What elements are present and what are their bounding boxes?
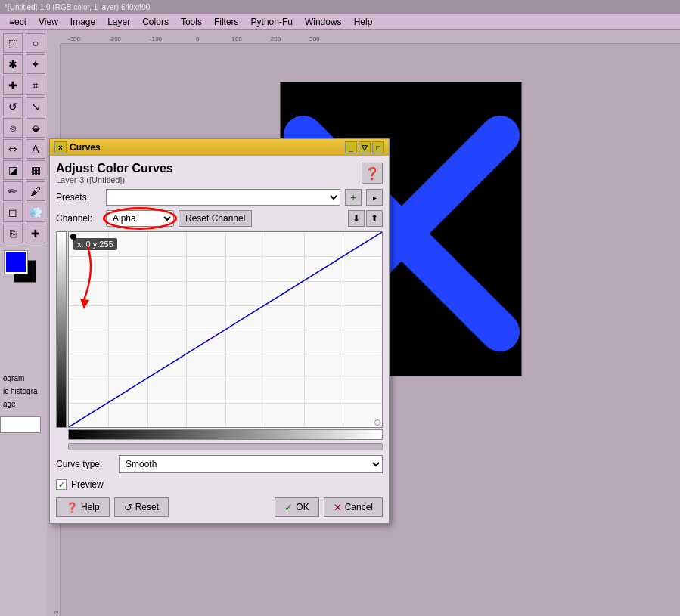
tool-pencil[interactable]: ✏ bbox=[3, 181, 23, 201]
curves-graph-wrapper: x: 0 y:255 bbox=[56, 231, 383, 450]
gimp-titlebar: *[Untitled]-1.0 (RGB color, 1 layer) 640… bbox=[0, 0, 680, 14]
preview-row: ✓ Preview bbox=[56, 479, 383, 490]
cancel-btn-label: Cancel bbox=[345, 502, 373, 512]
dialog-titlebar: × Curves _ ▽ □ bbox=[50, 139, 389, 156]
help-btn[interactable]: ❓ Help bbox=[56, 497, 110, 517]
curve-svg bbox=[69, 232, 382, 427]
menu-help[interactable]: Help bbox=[348, 15, 379, 29]
curves-y-gradient bbox=[56, 231, 67, 428]
ok-btn-icon: ✓ bbox=[284, 502, 293, 513]
tool-select-fuzzy[interactable]: ✦ bbox=[26, 54, 45, 74]
foreground-color-swatch[interactable] bbox=[5, 251, 27, 274]
button-row: ❓ Help ↺ Reset ✓ OK ✕ Cancel bbox=[56, 497, 383, 517]
tool-perspective[interactable]: ⬙ bbox=[26, 118, 45, 138]
help-btn-label: Help bbox=[81, 502, 100, 512]
ok-btn[interactable]: ✓ OK bbox=[275, 497, 318, 517]
dialog-minimize-btn[interactable]: _ bbox=[345, 141, 357, 153]
menu-python-fu[interactable]: Python-Fu bbox=[245, 15, 299, 29]
reset-btn[interactable]: ↺ Reset bbox=[114, 497, 169, 517]
channel-icons: ⬇ ⬆ bbox=[348, 210, 383, 227]
menu-file[interactable]: ≡ect bbox=[3, 15, 33, 29]
channel-select-wrapper: Alpha Value Red Green Blue bbox=[106, 210, 174, 227]
menu-colors[interactable]: Colors bbox=[136, 15, 175, 29]
curves-scrollbar[interactable] bbox=[68, 443, 383, 450]
curves-graph[interactable]: x: 0 y:255 bbox=[68, 231, 383, 428]
help-btn-icon: ❓ bbox=[66, 502, 78, 513]
ok-btn-label: OK bbox=[296, 502, 309, 512]
dialog-subheading: Layer-3 ([Untitled]) bbox=[56, 175, 173, 184]
title-text: *[Untitled]-1.0 (RGB color, 1 layer) 640… bbox=[5, 3, 150, 11]
channel-icon-load[interactable]: ⬆ bbox=[366, 210, 383, 227]
reset-btn-label: Reset bbox=[135, 502, 159, 512]
ruler-top: -300 -200 -100 0 100 200 300 bbox=[61, 30, 680, 44]
dialog-close-btn[interactable]: × bbox=[54, 141, 67, 153]
tool-select-free[interactable]: ✱ bbox=[3, 54, 23, 74]
tool-scale[interactable]: ⤡ bbox=[26, 97, 45, 116]
channel-select[interactable]: Alpha Value Red Green Blue bbox=[106, 210, 174, 227]
reset-channel-btn[interactable]: Reset Channel bbox=[179, 210, 252, 227]
curve-type-select[interactable]: Smooth Freehand bbox=[119, 455, 383, 473]
dialog-heading: Adjust Color Curves bbox=[56, 162, 173, 175]
left-panel: ⬚ ○ ✱ ✦ ✚ ⌗ ↺ ⤡ ⌾ ⬙ ⇔ A ◪ ▦ ✏ 🖌 ◻ 💨 ⎘ ✚ … bbox=[0, 30, 47, 616]
dialog-title: Curves bbox=[70, 142, 101, 153]
tool-heal[interactable]: ✚ bbox=[26, 224, 45, 243]
tool-shear[interactable]: ⌾ bbox=[3, 118, 23, 138]
curve-type-label: Curve type: bbox=[56, 459, 113, 469]
color-swatches bbox=[3, 249, 44, 289]
tool-clone[interactable]: ⎘ bbox=[3, 224, 23, 243]
menubar: ≡ect View Image Layer Colors Tools Filte… bbox=[0, 14, 680, 30]
tool-rotate[interactable]: ↺ bbox=[3, 97, 23, 116]
dialog-maximize-btn[interactable]: □ bbox=[372, 141, 384, 153]
tool-select-rect[interactable]: ⬚ bbox=[3, 33, 23, 53]
menu-filters[interactable]: Filters bbox=[208, 15, 245, 29]
tool-crop[interactable]: ⌗ bbox=[26, 76, 45, 95]
help-icon: ❓ bbox=[365, 166, 380, 181]
cancel-btn-icon: ✕ bbox=[334, 502, 342, 513]
menu-layer[interactable]: Layer bbox=[101, 15, 136, 29]
curves-graph-container: x: 0 y:255 bbox=[56, 231, 383, 428]
dialog-shade-btn[interactable]: ▽ bbox=[359, 141, 371, 153]
presets-add-btn[interactable]: + bbox=[345, 189, 362, 206]
histogram-item-age[interactable]: age bbox=[0, 398, 47, 410]
tool-paintbrush[interactable]: 🖌 bbox=[26, 181, 45, 201]
dialog-heading-group: Adjust Color Curves Layer-3 ([Untitled]) bbox=[56, 162, 173, 184]
curve-point-top-left[interactable] bbox=[70, 234, 76, 240]
curves-dialog: × Curves _ ▽ □ Adjust Color Curves Layer… bbox=[49, 138, 390, 524]
histogram-item-ogram[interactable]: ogram bbox=[0, 372, 47, 385]
dialog-titlebar-right: _ ▽ □ bbox=[345, 141, 384, 153]
channel-row: Channel: Alpha Value Red Green Blue Rese… bbox=[56, 210, 383, 227]
tool-fill[interactable]: ◪ bbox=[3, 160, 23, 180]
dialog-help-icon-btn[interactable]: ❓ bbox=[362, 163, 383, 184]
left-input[interactable] bbox=[0, 416, 41, 433]
dialog-body: Adjust Color Curves Layer-3 ([Untitled])… bbox=[50, 156, 389, 523]
presets-select[interactable] bbox=[106, 189, 340, 206]
menu-image[interactable]: Image bbox=[64, 15, 101, 29]
preview-checkbox[interactable]: ✓ bbox=[56, 479, 67, 490]
menu-view[interactable]: View bbox=[33, 15, 64, 29]
tool-flip[interactable]: ⇔ bbox=[3, 139, 23, 159]
cancel-btn[interactable]: ✕ Cancel bbox=[324, 497, 383, 517]
dialog-header: Adjust Color Curves Layer-3 ([Untitled])… bbox=[56, 162, 383, 184]
tool-select-ellipse[interactable]: ○ bbox=[26, 33, 45, 53]
histogram-item-ic[interactable]: ic histogra bbox=[0, 385, 47, 398]
curves-x-gradient bbox=[68, 429, 383, 440]
channel-icon-save[interactable]: ⬇ bbox=[348, 210, 365, 227]
histogram-section: ogram ic histogra age bbox=[0, 372, 47, 433]
presets-menu-btn[interactable]: ▸ bbox=[366, 189, 383, 206]
tool-move[interactable]: ✚ bbox=[3, 76, 23, 95]
dialog-titlebar-left: × Curves bbox=[54, 141, 101, 153]
presets-label: Presets: bbox=[56, 192, 101, 203]
svg-line-2 bbox=[69, 232, 382, 427]
tool-text[interactable]: A bbox=[26, 139, 45, 159]
curve-point-bottom-right[interactable] bbox=[374, 419, 380, 426]
menu-windows[interactable]: Windows bbox=[299, 15, 348, 29]
tool-eraser[interactable]: ◻ bbox=[3, 203, 23, 222]
curve-type-row: Curve type: Smooth Freehand bbox=[56, 455, 383, 473]
channel-label: Channel: bbox=[56, 213, 101, 224]
tool-blend[interactable]: ▦ bbox=[26, 160, 45, 180]
tool-airbrush[interactable]: 💨 bbox=[26, 203, 45, 222]
menu-tools[interactable]: Tools bbox=[175, 15, 208, 29]
preview-label: Preview bbox=[71, 479, 104, 490]
reset-btn-icon: ↺ bbox=[124, 502, 132, 513]
coords-label: x: 0 y:255 bbox=[73, 238, 117, 250]
